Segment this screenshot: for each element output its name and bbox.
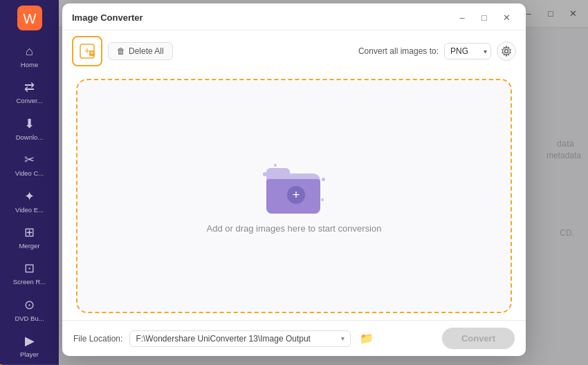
add-image-button[interactable]: + + [72,36,102,66]
sidebar-item-label: Video E... [15,206,44,214]
sidebar-item-label: Conver... [16,97,42,104]
toolbar-right: Convert all images to: PNG JPG BMP TIFF … [358,41,516,61]
sidebar-item-label: Screen R... [13,278,46,286]
player-icon: ▶ [25,333,35,348]
delete-all-label: Delete All [129,46,164,56]
svg-text:W: W [23,11,36,26]
modal-title: Image Converter [72,12,143,23]
modal-body: + Add or drag images here to start conve… [62,72,526,320]
sidebar-item-download[interactable]: ⬇ Downlo... [0,111,59,147]
file-location-label: File Location: [73,334,122,344]
sidebar-item-label: Downlo... [16,133,44,141]
convert-button[interactable]: Convert [442,328,515,349]
convert-icon: ⇄ [24,79,35,95]
sidebar-item-label: Player [20,350,39,358]
file-location-selector[interactable]: F:\Wondershare UniConverter 13\Image Out… [129,330,351,347]
sidebar-item-convert[interactable]: ⇄ Conver... [0,74,59,110]
modal-close-button[interactable]: ✕ [497,10,516,24]
sidebar-item-video-c[interactable]: ✂ Video C... [0,147,59,182]
modal-toolbar: + + 🗑 Delete All Convert all images to: [62,30,526,72]
trash-icon: 🗑 [117,46,125,56]
video-e-icon: ✦ [24,189,35,204]
svg-text:+: + [84,45,90,56]
convert-all-label: Convert all images to: [358,46,439,56]
main-content: – □ ✕ data metadata CD. Image Converter … [59,0,588,365]
dvd-icon: ⊙ [24,297,35,312]
file-location-chevron-icon: ▾ [341,335,344,342]
file-location-path: F:\Wondershare UniConverter 13\Image Out… [136,334,338,344]
drop-zone-icon: + [263,158,325,214]
toolbar-left: + + 🗑 Delete All [72,36,173,66]
sparkle-3 [322,178,325,181]
sidebar-item-label: DVD Bu... [15,315,44,322]
svg-point-6 [505,50,508,53]
download-icon: ⬇ [24,116,35,131]
format-selector-wrapper: PNG JPG BMP TIFF GIF WEBP ▾ [444,43,491,59]
sparkle-2 [274,164,277,167]
modal-overlay: Image Converter – □ ✕ + + [59,0,588,365]
drop-zone-text: Add or drag images here to start convers… [207,223,382,234]
format-settings-button[interactable] [497,41,516,61]
sidebar-item-label: Home [21,61,38,68]
sidebar-item-video-e[interactable]: ✦ Video E... [0,183,59,219]
video-c-icon: ✂ [24,152,35,167]
merger-icon: ⊞ [24,225,35,240]
home-icon: ⌂ [26,44,33,59]
sidebar-item-merger[interactable]: ⊞ Merger [0,219,59,255]
modal-maximize-button[interactable]: □ [475,10,494,24]
folder-plus-icon: + [287,186,305,204]
format-select[interactable]: PNG JPG BMP TIFF GIF WEBP [444,43,491,59]
folder-front: + [266,179,320,214]
sidebar-item-dvd[interactable]: ⊙ DVD Bu... [0,292,59,328]
browse-folder-button[interactable]: 📁 [358,330,376,348]
add-image-icon: + + [80,44,95,59]
sidebar-item-label: Video C... [15,169,44,177]
settings-gear-icon [501,46,512,57]
sidebar-item-label: Merger [19,242,39,250]
sidebar-item-home[interactable]: ⌂ Home [0,39,59,74]
sidebar-item-screen[interactable]: ⊡ Screen R... [0,255,59,291]
modal-window-controls: – □ ✕ [452,10,516,24]
screen-icon: ⊡ [24,261,35,276]
modal-minimize-button[interactable]: – [452,10,472,24]
modal-footer: File Location: F:\Wondershare UniConvert… [62,320,526,356]
delete-all-button[interactable]: 🗑 Delete All [108,42,173,60]
folder-icon: 📁 [360,332,374,345]
sidebar-item-player[interactable]: ▶ Player [0,328,59,364]
sidebar: W ⌂ Home ⇄ Conver... ⬇ Downlo... ✂ Video… [0,0,59,365]
svg-text:+: + [90,49,94,57]
app-logo[interactable]: W [17,6,42,30]
modal-titlebar: Image Converter – □ ✕ [62,3,526,30]
image-converter-modal: Image Converter – □ ✕ + + [62,3,526,356]
drop-zone[interactable]: + Add or drag images here to start conve… [76,79,512,313]
sparkle-4 [321,198,324,201]
